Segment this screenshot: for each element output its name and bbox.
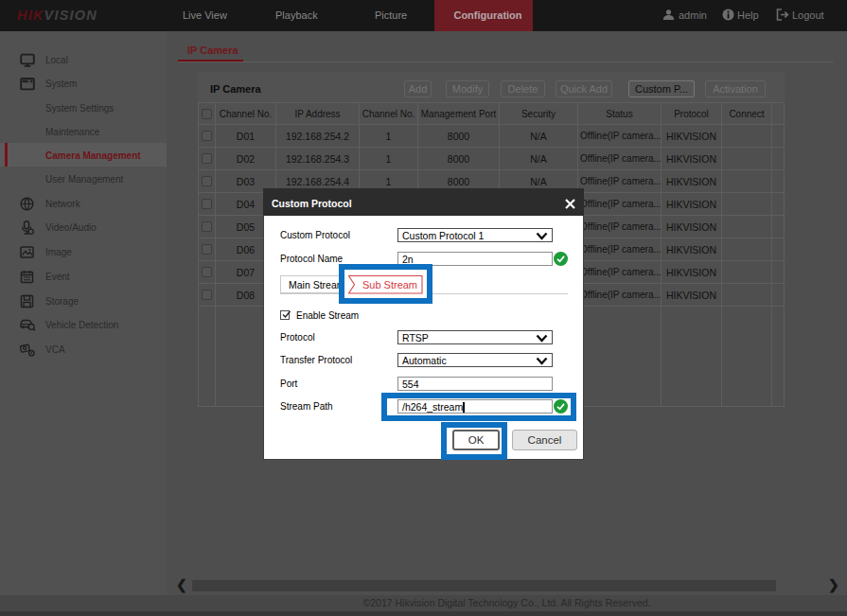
svg-text:Sub Stream: Sub Stream [362, 279, 417, 290]
